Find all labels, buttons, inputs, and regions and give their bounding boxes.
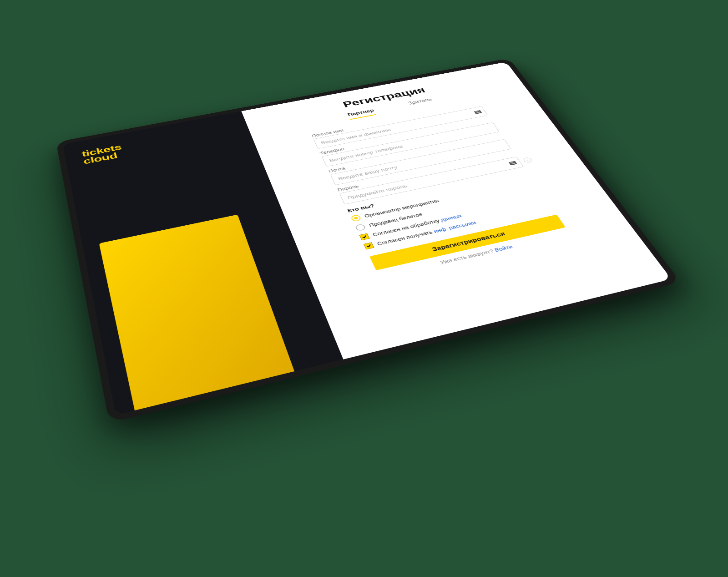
checkbox-icon	[364, 242, 374, 249]
tablet-frame: tickets cloud Регистрация Партнер Зрител…	[56, 58, 681, 423]
brand-graphic	[99, 215, 294, 410]
screen: tickets cloud Регистрация Партнер Зрител…	[63, 62, 672, 415]
tab-spectator[interactable]: Зритель	[406, 96, 435, 108]
radio-icon	[350, 214, 362, 222]
info-icon[interactable]: i	[522, 157, 533, 163]
tab-partner[interactable]: Партнер	[346, 107, 376, 120]
brand-logo: tickets cloud	[81, 143, 124, 165]
consent-data-link[interactable]: данных	[440, 213, 463, 223]
radio-icon	[354, 223, 366, 231]
checkbox-icon	[359, 233, 369, 240]
login-link[interactable]: Войти	[493, 244, 513, 253]
registration-form: Полное имя Телефон Почта	[310, 100, 571, 279]
